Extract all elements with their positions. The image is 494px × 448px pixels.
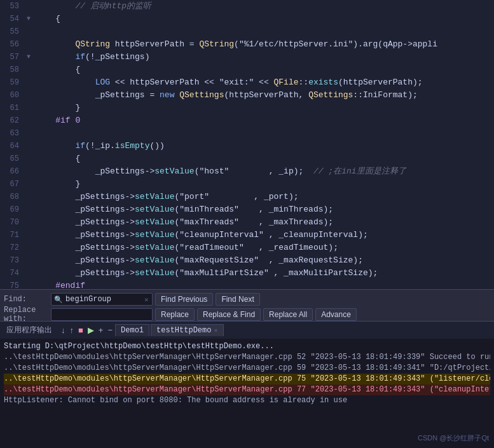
code-line: 66 _pSettings->setValue("host" , _ip); /… [0, 165, 494, 178]
line-content: _pSettings->setValue("host" , _ip); // ;… [33, 165, 494, 178]
code-line: 71 _pSettings->setValue("cleanupInterval… [0, 229, 494, 241]
line-number: 60 [0, 89, 24, 102]
code-line: 54▼ { [0, 13, 494, 25]
line-number: 67 [0, 178, 24, 191]
line-number: 64 [0, 140, 24, 153]
output-line: Starting D:\qtProject\httpDemo\testHttp\… [4, 341, 490, 352]
line-content: LOG << httpServerPath << "exit:" << QFil… [33, 76, 494, 89]
find-input[interactable] [65, 295, 142, 304]
line-number: 73 [0, 254, 24, 267]
code-line: 64 if(!_ip.isEmpty()) [0, 140, 494, 153]
line-content: _pSettings->setValue("maxThreads" , _max… [33, 216, 494, 229]
find-previous-button[interactable]: Find Previous [155, 293, 213, 306]
code-line: 67 } [0, 178, 494, 191]
line-content: _pSettings->setValue("maxMultiPartSize" … [33, 267, 494, 280]
code-line: 75 #endif [0, 280, 494, 289]
collapse-arrow-icon[interactable]: ▼ [24, 13, 33, 25]
collapse-arrow-icon[interactable]: ▼ [24, 51, 33, 64]
line-content: if(!_ip.isEmpty()) [33, 140, 494, 153]
run-button[interactable]: ▶ [86, 325, 95, 336]
line-content: _pSettings->setValue("maxRequestSize" , … [33, 254, 494, 267]
output-line: ..\testHttpDemo\modules\httpServerManage… [4, 363, 490, 374]
line-content: } [33, 178, 494, 191]
code-line: 73 _pSettings->setValue("maxRequestSize"… [0, 254, 494, 267]
line-number: 57 [0, 51, 24, 64]
remove-button[interactable]: − [106, 325, 114, 336]
output-tabs-bar: 应用程序输出 ↓ ↑ ■ ▶ + − Demo1 testHttpDemo ✕ [0, 321, 494, 339]
line-number: 71 [0, 229, 24, 241]
line-content: _pSettings->setValue("port" , _port); [33, 191, 494, 203]
code-line: 59 LOG << httpServerPath << "exit:" << Q… [0, 76, 494, 89]
output-line: ..\testHttpDemo\modules\httpServerManage… [4, 352, 490, 363]
find-clear-icon[interactable]: ✕ [144, 295, 149, 304]
output-line: HttpListener: Cannot bind on port 8080: … [4, 395, 490, 406]
output-panel: 应用程序输出 ↓ ↑ ■ ▶ + − Demo1 testHttpDemo ✕ … [0, 321, 494, 448]
line-number: 54 [0, 13, 24, 25]
scroll-up-button[interactable]: ↑ [69, 325, 76, 336]
scroll-down-button[interactable]: ↓ [60, 325, 67, 336]
line-number: 55 [0, 25, 24, 38]
tab-close-icon[interactable]: ✕ [214, 327, 217, 334]
watermark: CSDN @长沙红胖子Qt [418, 433, 489, 443]
line-number: 59 [0, 76, 24, 89]
find-label: Find: [4, 295, 48, 304]
line-number: 68 [0, 191, 24, 203]
code-line: 56 QString httpServerPath = QString("%1/… [0, 38, 494, 51]
replace-input[interactable] [54, 310, 137, 319]
replace-find-button[interactable]: Replace & Find [197, 308, 261, 321]
line-content: #endif [33, 280, 494, 289]
code-line: 61 } [0, 102, 494, 114]
line-content: } [33, 102, 494, 114]
line-content: QString httpServerPath = QString("%1/etc… [33, 38, 494, 51]
line-content: _pSettings->setValue("cleanupInterval" ,… [33, 229, 494, 241]
code-line: 55 [0, 25, 494, 38]
code-line: 70 _pSettings->setValue("maxThreads" , _… [0, 216, 494, 229]
line-number: 62 [0, 114, 24, 127]
advance-button[interactable]: Advance [315, 308, 357, 321]
line-content: _pSettings = new QSettings(httpServerPat… [33, 89, 494, 102]
replace-input-wrap [51, 308, 153, 321]
code-line: 74 _pSettings->setValue("maxMultiPartSiz… [0, 267, 494, 280]
output-line: ..\testHttpDemo\modules\httpServerManage… [4, 384, 490, 395]
line-content: _pSettings->setValue("minThreads" , _min… [33, 203, 494, 216]
line-number: 53 [0, 0, 24, 13]
line-number: 74 [0, 267, 24, 280]
line-content: _pSettings->setValue("readTimeout" , _re… [33, 241, 494, 254]
code-line: 53 // 启动http的监听 [0, 0, 494, 13]
replace-all-button[interactable]: Replace All [263, 308, 313, 321]
find-next-button[interactable]: Find Next [216, 293, 259, 306]
line-content: { [33, 13, 494, 25]
output-content: Starting D:\qtProject\httpDemo\testHttp\… [0, 339, 494, 448]
code-line: 69 _pSettings->setValue("minThreads" , _… [0, 203, 494, 216]
code-line: 60 _pSettings = new QSettings(httpServer… [0, 89, 494, 102]
code-line: 57▼ if(!_pSettings) [0, 51, 494, 64]
output-panel-label: 应用程序输出 [3, 322, 56, 339]
line-number: 66 [0, 165, 24, 178]
line-content: { [33, 153, 494, 165]
code-editor[interactable]: 53 // 启动http的监听54▼ {5556 QString httpSer… [0, 0, 494, 289]
line-number: 72 [0, 241, 24, 254]
output-toolbar: ↓ ↑ ■ ▶ + − [60, 325, 114, 336]
tab-testHttpDemo[interactable]: testHttpDemo ✕ [151, 324, 223, 336]
line-content: if(!_pSettings) [33, 51, 494, 64]
tab-demo1-label: Demo1 [121, 326, 144, 335]
add-button[interactable]: + [97, 325, 105, 336]
stop-button[interactable]: ■ [77, 325, 85, 336]
line-number: 75 [0, 280, 24, 289]
line-content: #if 0 [33, 114, 494, 127]
replace-button[interactable]: Replace [155, 308, 195, 321]
line-content: // 启动http的监听 [33, 0, 494, 13]
line-number: 69 [0, 203, 24, 216]
line-number: 61 [0, 102, 24, 114]
code-line: 65 { [0, 153, 494, 165]
find-input-wrap: 🔍 ✕ [51, 293, 153, 306]
code-line: 58 { [0, 64, 494, 76]
code-line: 63 [0, 127, 494, 140]
line-number: 65 [0, 153, 24, 165]
code-line: 62 #if 0 [0, 114, 494, 127]
tab-demo1[interactable]: Demo1 [115, 324, 149, 336]
code-line: 68 _pSettings->setValue("port" , _port); [0, 191, 494, 203]
code-line: 72 _pSettings->setValue("readTimeout" , … [0, 241, 494, 254]
line-number: 58 [0, 64, 24, 76]
search-icon: 🔍 [54, 295, 63, 304]
